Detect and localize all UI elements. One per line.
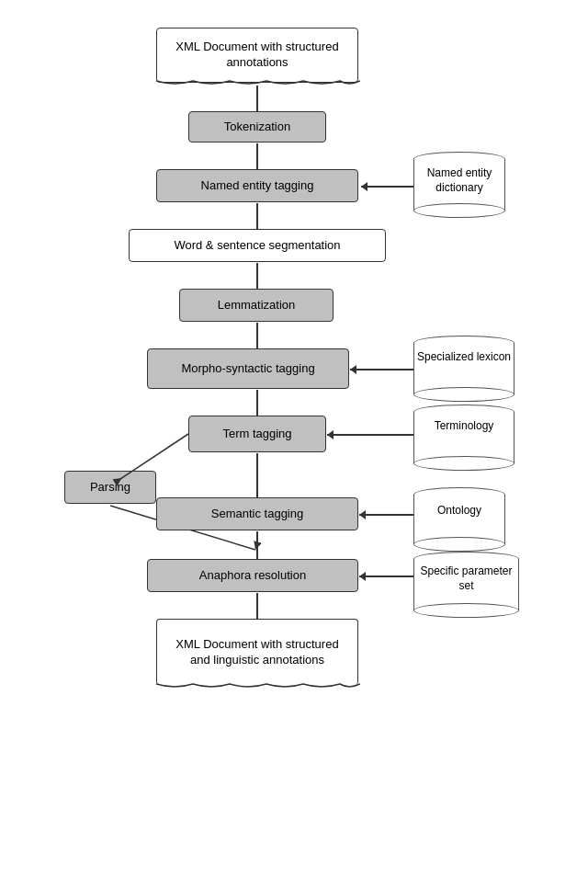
arrow-named-dict bbox=[361, 186, 413, 188]
xml-input-box: XML Document with structured annotations bbox=[156, 28, 358, 83]
morpho-box: Morpho-syntactic tagging bbox=[147, 348, 349, 389]
named-entity-box: Named entity tagging bbox=[156, 169, 358, 202]
terminology-label: Terminology bbox=[435, 419, 494, 432]
named-dict-label: Named entity dictionary bbox=[427, 166, 492, 194]
param-set-label: Specific parameter set bbox=[420, 564, 512, 592]
ontology-label: Ontology bbox=[437, 504, 481, 517]
morpho-label: Morpho-syntactic tagging bbox=[181, 361, 314, 377]
lemmatization-label: Lemmatization bbox=[218, 298, 296, 313]
arrow-specialized bbox=[350, 369, 413, 370]
xml-input-label: XML Document with structured annotations bbox=[164, 40, 350, 71]
tokenization-box: Tokenization bbox=[188, 111, 326, 142]
xml-output-box: XML Document with structured and linguis… bbox=[156, 619, 358, 685]
arrow-terminology bbox=[327, 434, 413, 436]
semantic-box: Semantic tagging bbox=[156, 497, 358, 530]
named-dict-cylinder: Named entity dictionary bbox=[413, 152, 505, 218]
lemmatization-box: Lemmatization bbox=[179, 289, 334, 322]
arrow-5 bbox=[256, 323, 258, 348]
pipeline-diagram: XML Document with structured annotations… bbox=[37, 18, 551, 864]
arrow-2 bbox=[256, 143, 258, 169]
word-sentence-box: Word & sentence segmentation bbox=[129, 229, 386, 262]
semantic-label: Semantic tagging bbox=[211, 507, 303, 522]
tokenization-label: Tokenization bbox=[224, 120, 290, 135]
specialized-label: Specialized lexicon bbox=[417, 350, 511, 363]
term-tagging-label: Term tagging bbox=[222, 427, 291, 442]
param-set-cylinder: Specific parameter set bbox=[413, 552, 519, 618]
arrow-param bbox=[359, 576, 413, 577]
arrow-3 bbox=[256, 203, 258, 229]
arrow-7 bbox=[256, 453, 258, 497]
arrow-9 bbox=[256, 593, 258, 619]
terminology-cylinder: Terminology bbox=[413, 405, 514, 471]
arrow-1 bbox=[256, 85, 258, 111]
specialized-cylinder: Specialized lexicon bbox=[413, 336, 514, 402]
word-sentence-label: Word & sentence segmentation bbox=[174, 238, 340, 254]
arrow-4 bbox=[256, 263, 258, 289]
arrow-term-parsing bbox=[110, 423, 207, 506]
xml-output-label: XML Document with structured and linguis… bbox=[164, 637, 350, 668]
arrow-6 bbox=[256, 390, 258, 416]
anaphora-box: Anaphora resolution bbox=[147, 559, 358, 592]
term-tagging-box: Term tagging bbox=[188, 416, 326, 452]
arrow-8 bbox=[256, 531, 258, 559]
named-entity-label: Named entity tagging bbox=[201, 178, 314, 194]
svg-line-0 bbox=[115, 434, 188, 483]
anaphora-label: Anaphora resolution bbox=[199, 568, 306, 584]
ontology-cylinder: Ontology bbox=[413, 487, 505, 552]
arrow-ontology bbox=[359, 514, 413, 516]
